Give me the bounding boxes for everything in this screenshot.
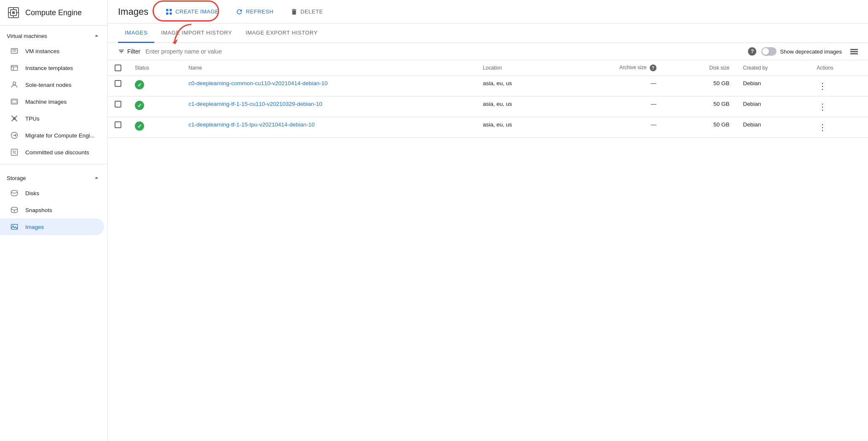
refresh-button[interactable]: REFRESH — [229, 5, 280, 19]
toggle-knob — [762, 48, 769, 55]
row-name: c1-deeplearning-tf-1-15-cu110-v20210329-… — [182, 97, 476, 117]
svg-rect-32 — [166, 12, 168, 14]
template-icon — [10, 64, 19, 72]
svg-rect-30 — [166, 9, 168, 11]
row-actions-button[interactable]: ⋮ — [817, 101, 828, 113]
header-checkbox-cell — [108, 60, 128, 76]
create-icon — [165, 8, 173, 16]
compute-engine-icon — [7, 6, 20, 19]
svg-rect-33 — [170, 12, 172, 14]
create-label: CREATE IMAGE — [175, 8, 219, 15]
svg-rect-27 — [11, 224, 18, 229]
row-checkbox-cell — [108, 97, 128, 117]
row-actions-button[interactable]: ⋮ — [817, 80, 828, 92]
svg-point-22 — [13, 151, 14, 152]
row-checkbox[interactable] — [115, 101, 121, 108]
snapshot-icon — [10, 206, 19, 214]
sidebar-item-label: Sole-tenant nodes — [25, 82, 72, 88]
tab-export-history[interactable]: IMAGE EXPORT HISTORY — [239, 24, 324, 43]
sidebar-item-label: Instance templates — [25, 65, 73, 71]
header-created-by: Created by — [736, 60, 810, 76]
section-storage[interactable]: Storage — [0, 168, 107, 185]
vm-icon — [10, 47, 19, 55]
table-header-row: Status Name Location Archive size ? — [108, 60, 868, 76]
sidebar-header: Compute Engine — [0, 0, 107, 26]
create-image-annotation: CREATE IMAGE — [158, 5, 225, 19]
header-disk-size: Disk size — [663, 60, 737, 76]
density-bar-3 — [850, 53, 858, 54]
svg-point-25 — [11, 207, 18, 210]
row-actions-cell: ⋮ — [810, 76, 868, 97]
tpu-icon — [10, 114, 19, 123]
row-name: c1-deeplearning-tf-1-15-tpu-v20210414-de… — [182, 117, 476, 138]
density-bar-1 — [850, 49, 858, 50]
svg-rect-15 — [12, 100, 16, 103]
refresh-icon — [236, 8, 243, 16]
sidebar-item-label: Machine images — [25, 99, 67, 105]
discount-icon — [10, 148, 19, 156]
sidebar: Compute Engine Virtual machines VM insta… — [0, 0, 108, 441]
images-icon — [10, 223, 19, 231]
row-archive-size: — — [565, 97, 663, 117]
sidebar-item-instance-templates[interactable]: Instance templates — [0, 59, 104, 76]
show-deprecated-toggle[interactable] — [761, 47, 777, 56]
status-ok-icon — [135, 101, 144, 110]
row-location: asia, eu, us — [476, 97, 565, 117]
density-toggle[interactable] — [850, 49, 858, 54]
section-virtual-machines[interactable]: Virtual machines — [0, 26, 107, 43]
sidebar-item-images[interactable]: Images — [0, 218, 104, 235]
filter-label: Filter — [127, 48, 140, 55]
sidebar-item-disks[interactable]: Disks — [0, 185, 104, 202]
sidebar-item-tpus[interactable]: TPUs — [0, 110, 104, 127]
filter-icon — [118, 48, 125, 55]
sidebar-item-migrate[interactable]: Migrate for Compute Engi... — [0, 127, 104, 144]
filter-label-group: Filter — [118, 48, 140, 55]
sole-tenant-icon — [10, 81, 19, 89]
delete-icon — [290, 8, 298, 16]
filter-input[interactable] — [145, 48, 743, 55]
svg-point-24 — [11, 190, 18, 193]
sidebar-item-machine-images[interactable]: Machine images — [0, 93, 104, 110]
collapse-icon — [92, 32, 101, 40]
refresh-label: REFRESH — [246, 8, 273, 15]
row-checkbox[interactable] — [115, 121, 121, 128]
header-location: Location — [476, 60, 565, 76]
table-row: c1-deeplearning-tf-1-15-tpu-v20210414-de… — [108, 117, 868, 138]
status-ok-icon — [135, 121, 144, 131]
create-image-button[interactable]: CREATE IMAGE — [158, 5, 225, 19]
sidebar-item-label: VM instances — [25, 48, 59, 54]
section-label: Virtual machines — [7, 33, 47, 39]
archive-help-icon[interactable]: ? — [650, 65, 656, 71]
tab-import-history[interactable]: IMAGE IMPORT HISTORY — [154, 24, 239, 43]
row-created-by: Debian — [736, 76, 810, 97]
sidebar-item-label: Snapshots — [25, 207, 52, 213]
images-table-container: Status Name Location Archive size ? — [108, 60, 868, 441]
sidebar-item-snapshots[interactable]: Snapshots — [0, 202, 104, 218]
row-checkbox[interactable] — [115, 80, 121, 87]
row-status — [128, 76, 182, 97]
sidebar-item-committed-use[interactable]: Committed use discounts — [0, 144, 104, 161]
sidebar-item-sole-tenant[interactable]: Sole-tenant nodes — [0, 76, 104, 93]
status-ok-icon — [135, 80, 144, 89]
delete-button[interactable]: DELETE — [284, 5, 330, 19]
page-title: Images — [118, 6, 148, 17]
sidebar-item-vm-instances[interactable]: VM instances — [0, 43, 104, 59]
svg-rect-8 — [12, 50, 16, 53]
row-actions-cell: ⋮ — [810, 97, 868, 117]
row-name: c0-deeplearning-common-cu110-v20210414-d… — [182, 76, 476, 97]
section-label: Storage — [7, 175, 26, 181]
header-actions: Actions — [810, 60, 868, 76]
svg-point-13 — [13, 82, 16, 85]
row-checkbox-cell — [108, 117, 128, 138]
row-actions-button[interactable]: ⋮ — [817, 121, 828, 133]
select-all-checkbox[interactable] — [115, 65, 121, 71]
toolbar: Images CREATE IMAGE — [108, 0, 868, 24]
row-actions-cell: ⋮ — [810, 117, 868, 138]
show-deprecated-label: Show deprecated images — [780, 48, 842, 55]
svg-point-23 — [15, 153, 16, 154]
migrate-icon — [10, 131, 19, 140]
svg-rect-10 — [11, 65, 18, 70]
row-location: asia, eu, us — [476, 117, 565, 138]
filter-help-icon[interactable]: ? — [748, 47, 756, 56]
tab-images[interactable]: IMAGES — [118, 24, 154, 43]
